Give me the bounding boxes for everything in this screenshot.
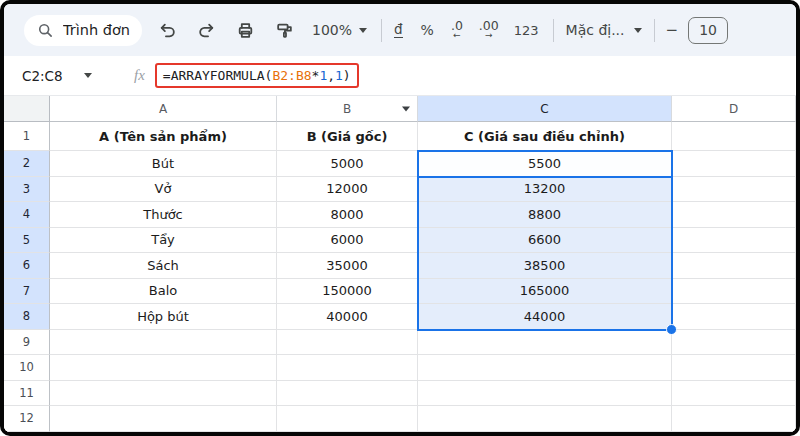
cell-C11[interactable] xyxy=(418,381,672,407)
row-header-1[interactable]: 1 xyxy=(4,122,50,151)
cell-C12[interactable] xyxy=(418,406,672,432)
cell-B6[interactable]: 35000 xyxy=(277,253,418,279)
increase-decimal-button[interactable]: .00 → xyxy=(479,16,499,44)
cell-D11[interactable] xyxy=(672,381,796,407)
formula-number: 1 xyxy=(335,68,343,83)
percent-format-button[interactable]: % xyxy=(421,16,434,44)
cell-A2[interactable]: Bút xyxy=(50,151,277,177)
row-header-7[interactable]: 7 xyxy=(4,279,50,305)
redo-icon xyxy=(197,21,216,40)
cell-C5[interactable]: 6600 xyxy=(418,228,672,254)
cell-D2[interactable] xyxy=(672,151,796,177)
cell-A10[interactable] xyxy=(50,355,277,381)
fill-handle[interactable] xyxy=(666,324,677,335)
cell-C1[interactable]: C (Giá sau điều chỉnh) xyxy=(418,122,672,151)
cell-D4[interactable] xyxy=(672,202,796,228)
cell-A1[interactable]: A (Tên sản phẩm) xyxy=(50,122,277,151)
chevron-down-icon xyxy=(359,28,367,33)
column-header-B[interactable]: B xyxy=(277,96,418,122)
cell-C6[interactable]: 38500 xyxy=(418,253,672,279)
cell-D8[interactable] xyxy=(672,304,796,330)
cell-B1[interactable]: B (Giá gốc) xyxy=(277,122,418,151)
formula-close-paren: ) xyxy=(343,68,351,83)
cell-D1[interactable] xyxy=(672,122,796,151)
cell-C10[interactable] xyxy=(418,355,672,381)
cell-A5[interactable]: Tẩy xyxy=(50,228,277,254)
cell-B12[interactable] xyxy=(277,406,418,432)
cell-D6[interactable] xyxy=(672,253,796,279)
decrease-decimal-button[interactable]: .0 ← xyxy=(451,16,463,44)
cell-C2[interactable]: 5500 xyxy=(418,151,672,177)
cell-C7[interactable]: 165000 xyxy=(418,279,672,305)
cell-B10[interactable] xyxy=(277,355,418,381)
cell-C3[interactable]: 13200 xyxy=(418,177,672,203)
row-header-9[interactable]: 9 xyxy=(4,330,50,356)
row-header-11[interactable]: 11 xyxy=(4,381,50,407)
cell-B3[interactable]: 12000 xyxy=(277,177,418,203)
column-header-C[interactable]: C xyxy=(418,96,672,122)
cell-D5[interactable] xyxy=(672,228,796,254)
cell-B9[interactable] xyxy=(277,330,418,356)
cell-D7[interactable] xyxy=(672,279,796,305)
cell-A4[interactable]: Thước xyxy=(50,202,277,228)
name-box-caret-icon[interactable] xyxy=(84,73,92,78)
zoom-select[interactable]: 100% xyxy=(312,16,367,44)
row-header-10[interactable]: 10 xyxy=(4,355,50,381)
spreadsheet-grid: ABCD1A (Tên sản phẩm)B (Giá gốc)C (Giá s… xyxy=(4,96,796,432)
cell-D10[interactable] xyxy=(672,355,796,381)
paint-roller-icon xyxy=(275,21,294,40)
grid-row-8: 8Hộp bút4000044000 xyxy=(4,304,796,330)
row-header-2[interactable]: 2 xyxy=(4,151,50,177)
cell-D9[interactable] xyxy=(672,330,796,356)
formula-number: 1 xyxy=(319,68,327,83)
cell-A11[interactable] xyxy=(50,381,277,407)
cell-B11[interactable] xyxy=(277,381,418,407)
cell-A7[interactable]: Balo xyxy=(50,279,277,305)
undo-icon xyxy=(158,21,177,40)
font-size-input[interactable]: 10 xyxy=(688,17,728,44)
select-all-corner[interactable] xyxy=(4,96,50,122)
redo-button[interactable] xyxy=(197,16,216,44)
formula-comma: , xyxy=(327,68,335,83)
row-header-8[interactable]: 8 xyxy=(4,304,50,330)
print-button[interactable] xyxy=(236,16,255,44)
column-header-label: C xyxy=(540,102,548,116)
cell-D12[interactable] xyxy=(672,406,796,432)
grid-row-10: 10 xyxy=(4,355,796,381)
cell-B2[interactable]: 5000 xyxy=(277,151,418,177)
cell-A6[interactable]: Sách xyxy=(50,253,277,279)
cell-B7[interactable]: 150000 xyxy=(277,279,418,305)
formula-range-ref: B2:B8 xyxy=(272,68,311,83)
decrease-font-size-button[interactable]: − xyxy=(666,16,679,44)
cell-A9[interactable] xyxy=(50,330,277,356)
row-header-3[interactable]: 3 xyxy=(4,177,50,203)
font-family-select[interactable]: Mặc đị... xyxy=(566,16,642,44)
cell-B5[interactable]: 6000 xyxy=(277,228,418,254)
row-header-4[interactable]: 4 xyxy=(4,202,50,228)
number-format-button[interactable]: 123 xyxy=(514,16,539,44)
cell-D3[interactable] xyxy=(672,177,796,203)
menu-search-pill[interactable]: Trình đơn xyxy=(24,15,142,46)
cell-C9[interactable] xyxy=(418,330,672,356)
cell-A12[interactable] xyxy=(50,406,277,432)
row-header-6[interactable]: 6 xyxy=(4,253,50,279)
toolbar-divider xyxy=(553,19,554,42)
currency-format-button[interactable]: đ xyxy=(394,16,403,44)
cell-A3[interactable]: Vở xyxy=(50,177,277,203)
undo-button[interactable] xyxy=(158,16,177,44)
formula-input[interactable]: =ARRAYFORMULA(B2:B8*1,1) xyxy=(163,68,351,83)
paint-format-button[interactable] xyxy=(275,16,294,44)
column-dropdown-icon[interactable] xyxy=(402,106,410,111)
row-header-5[interactable]: 5 xyxy=(4,228,50,254)
formula-bar: C2:C8 fx =ARRAYFORMULA(B2:B8*1,1) xyxy=(4,56,796,96)
cell-C8[interactable]: 44000 xyxy=(418,304,672,330)
row-header-12[interactable]: 12 xyxy=(4,406,50,432)
column-header-D[interactable]: D xyxy=(672,96,796,122)
cell-B4[interactable]: 8000 xyxy=(277,202,418,228)
name-box[interactable]: C2:C8 xyxy=(22,68,84,84)
cell-A8[interactable]: Hộp bút xyxy=(50,304,277,330)
cell-B8[interactable]: 40000 xyxy=(277,304,418,330)
column-header-A[interactable]: A xyxy=(50,96,277,122)
cell-C4[interactable]: 8800 xyxy=(418,202,672,228)
grid-row-5: 5Tẩy60006600 xyxy=(4,228,796,254)
